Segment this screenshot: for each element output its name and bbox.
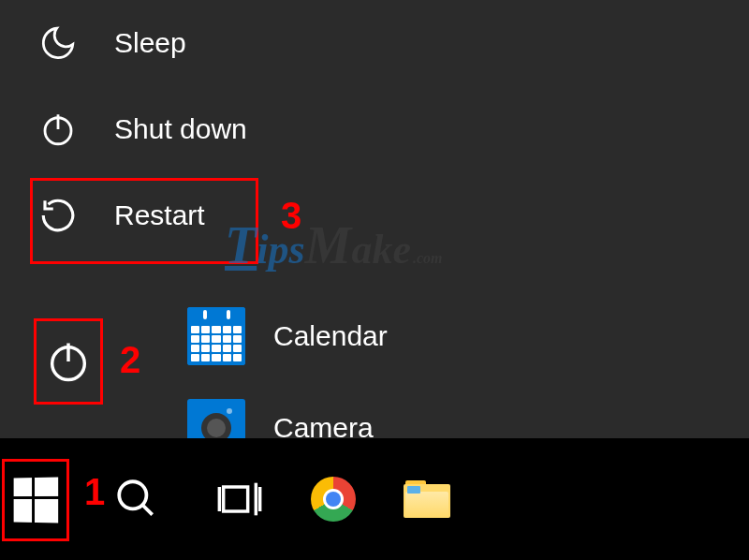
watermark-ake: ake <box>351 226 411 273</box>
watermark-ips: ips <box>257 226 304 273</box>
taskbar <box>0 438 749 560</box>
svg-line-5 <box>142 505 152 514</box>
task-view-icon <box>215 475 264 523</box>
shutdown-icon <box>36 107 81 152</box>
annotation-number-2: 2 <box>120 339 140 381</box>
file-explorer-icon <box>404 480 450 518</box>
calendar-label: Calendar <box>273 320 388 352</box>
sleep-icon <box>36 21 81 66</box>
svg-rect-6 <box>224 487 248 511</box>
calendar-icon <box>187 307 245 365</box>
shutdown-label: Shut down <box>114 113 247 145</box>
app-calendar[interactable]: Calendar <box>187 290 388 382</box>
annotation-number-1: 1 <box>84 471 105 513</box>
search-button[interactable] <box>94 456 180 542</box>
task-view-button[interactable] <box>197 456 283 542</box>
shutdown-menu-item[interactable]: Shut down <box>36 86 247 172</box>
chrome-icon <box>311 477 356 522</box>
windows-logo-icon <box>14 478 59 523</box>
watermark-m: M <box>305 215 352 275</box>
svg-point-4 <box>119 481 146 508</box>
watermark-t: T <box>225 215 257 275</box>
power-button[interactable] <box>34 318 103 405</box>
sleep-menu-item[interactable]: Sleep <box>36 0 247 86</box>
watermark: T ips M ake .com <box>225 215 442 275</box>
search-icon <box>113 476 160 523</box>
sleep-label: Sleep <box>114 27 186 59</box>
power-icon <box>44 337 93 386</box>
chrome-taskbar-button[interactable] <box>290 456 376 542</box>
watermark-com: .com <box>413 250 443 267</box>
file-explorer-taskbar-button[interactable] <box>384 456 470 542</box>
start-button[interactable] <box>2 459 69 541</box>
